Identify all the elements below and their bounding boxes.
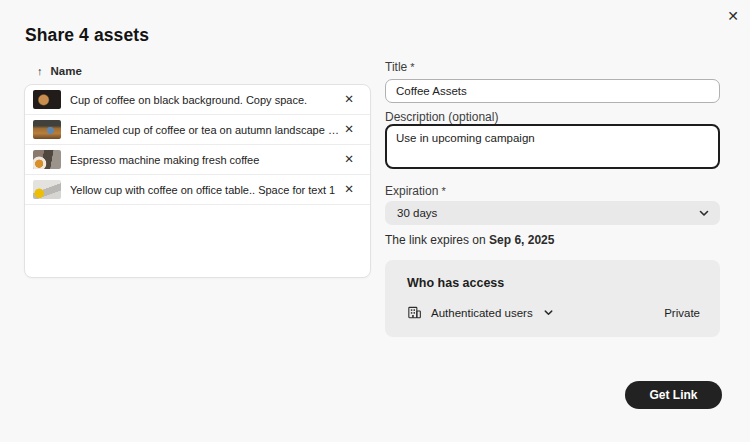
asset-name: Enameled cup of coffee or tea on autumn … [70,124,340,136]
asset-list: Cup of coffee on black background. Copy … [24,84,371,278]
required-asterisk: * [441,185,445,197]
asset-name: Espresso machine making fresh coffee [70,154,340,166]
expiration-label-text: Expiration [385,184,438,198]
asset-thumbnail [33,90,61,109]
expiration-selected-value: 30 days [397,207,698,219]
required-asterisk: * [410,61,414,73]
organization-building-icon [407,305,422,320]
description-field[interactable]: Use in upcoming campaign [385,124,720,169]
access-visibility-badge: Private [664,307,700,319]
title-field[interactable] [385,79,720,103]
sort-ascending-icon: ↑ [37,65,43,77]
remove-asset-icon[interactable]: ✕ [340,182,358,198]
title-label-text: Title [385,60,407,74]
expiry-note-prefix: The link expires on [385,233,489,247]
access-selected-value: Authenticated users [431,307,533,319]
remove-asset-icon[interactable]: ✕ [340,92,358,108]
asset-list-header[interactable]: ↑ Name [37,65,82,77]
expiration-label: Expiration* [385,184,446,198]
page-title: Share 4 assets [25,25,149,46]
asset-row: Espresso machine making fresh coffee ✕ [25,145,370,175]
title-label: Title* [385,60,415,74]
access-row: Authenticated users Private [407,305,700,320]
description-label: Description (optional) [385,110,498,124]
share-assets-dialog: ✕ Share 4 assets ↑ Name Cup of coffee on… [0,0,750,442]
name-column-header: Name [51,65,82,77]
close-icon[interactable]: ✕ [722,5,744,27]
access-type-dropdown[interactable]: Authenticated users [431,307,554,319]
get-link-button[interactable]: Get Link [625,381,722,409]
expiry-date: Sep 6, 2025 [489,233,554,247]
remove-asset-icon[interactable]: ✕ [340,122,358,138]
asset-row: Enameled cup of coffee or tea on autumn … [25,115,370,145]
remove-asset-icon[interactable]: ✕ [340,152,358,168]
expiry-note: The link expires on Sep 6, 2025 [385,233,554,247]
access-heading: Who has access [407,276,700,290]
expiration-dropdown[interactable]: 30 days [385,201,720,225]
who-has-access-panel: Who has access Authenticated users [385,260,720,337]
asset-thumbnail [33,180,61,199]
chevron-down-icon [543,307,554,318]
asset-row: Yellow cup with coffee on office table..… [25,175,370,205]
asset-row: Cup of coffee on black background. Copy … [25,85,370,115]
asset-thumbnail [33,120,61,139]
asset-name: Cup of coffee on black background. Copy … [70,94,340,106]
asset-name: Yellow cup with coffee on office table..… [70,184,340,196]
chevron-down-icon [698,207,710,219]
asset-thumbnail [33,150,61,169]
